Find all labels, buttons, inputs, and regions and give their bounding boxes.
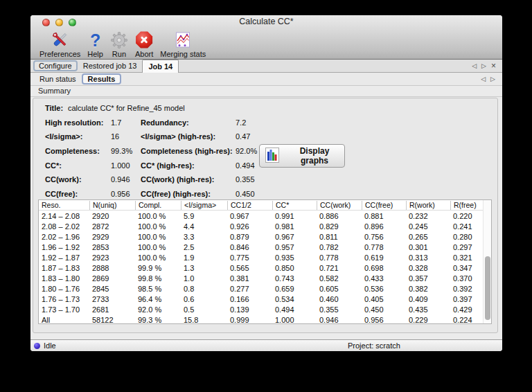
table-cell: 0.956 bbox=[362, 316, 406, 324]
table-cell: 0.166 bbox=[227, 295, 272, 303]
table-row[interactable]: 1.92 – 1.872923100.0 %1.90.7750.9350.778… bbox=[39, 252, 491, 262]
table-body: 2.14 – 2.082920100.0 %5.90.9670.9910.886… bbox=[39, 211, 491, 325]
table-cell: 98.5 % bbox=[135, 285, 181, 293]
table-cell: 4.4 bbox=[181, 222, 227, 231]
table-cell: 0.811 bbox=[317, 233, 362, 241]
table-row[interactable]: All5812299.3 %15.80.9991.0000.9460.9560.… bbox=[39, 314, 491, 325]
merging-stats-button[interactable]: Merging stats bbox=[157, 28, 209, 58]
tab-run-status[interactable]: Run status bbox=[34, 75, 82, 83]
run-gear-icon bbox=[110, 30, 128, 50]
column-header[interactable]: N(uniq) bbox=[89, 201, 135, 210]
tab-restored-job-13[interactable]: Restored job 13 bbox=[78, 60, 143, 72]
table-cell: 0.896 bbox=[362, 222, 406, 231]
column-header[interactable]: R(work) bbox=[406, 201, 450, 210]
table-row[interactable]: 1.73 – 1.70268192.0 %0.50.1390.4940.3550… bbox=[39, 304, 491, 314]
summary-title-row: Title: calculate CC* for Refine_45 model bbox=[33, 101, 497, 116]
summary-value2: 92.0% bbox=[236, 147, 257, 155]
merging-stats-chart-icon bbox=[175, 30, 191, 50]
titlebar[interactable]: Calculate CC* bbox=[30, 15, 502, 28]
tab-scroll-right-icon[interactable]: ▷ bbox=[481, 62, 486, 69]
summary-value1: 16 bbox=[111, 132, 141, 141]
table-row[interactable]: 1.80 – 1.76284598.5 %0.80.2770.6590.6050… bbox=[39, 283, 491, 294]
table-row[interactable]: 1.96 – 1.922853100.0 %2.50.8460.9570.782… bbox=[39, 242, 491, 252]
table-cell: 0.6 bbox=[181, 295, 227, 303]
summary-label2: CC(work) (high-res): bbox=[141, 175, 236, 184]
summary-value1: 0.946 bbox=[111, 175, 141, 184]
table-cell: 0.139 bbox=[227, 305, 272, 314]
help-button[interactable]: ? Help bbox=[84, 28, 107, 58]
table-scrollbar[interactable] bbox=[483, 200, 491, 323]
abort-button[interactable]: Abort bbox=[132, 28, 157, 58]
table-cell: 0.756 bbox=[362, 233, 406, 241]
table-cell: 0.450 bbox=[362, 305, 406, 314]
table-cell: 2929 bbox=[89, 233, 135, 241]
table-cell: 3.3 bbox=[181, 233, 227, 241]
summary-label1: CC*: bbox=[45, 161, 111, 170]
table-row[interactable]: 2.14 – 2.082920100.0 %5.90.9670.9910.886… bbox=[39, 211, 491, 221]
subtab-scroll-right-icon[interactable]: ▷ bbox=[490, 75, 495, 82]
column-header[interactable]: Compl. bbox=[135, 201, 181, 210]
column-header[interactable]: Reso. bbox=[39, 201, 89, 210]
status-idle-icon bbox=[34, 343, 40, 349]
subtab-scroll-left-icon[interactable]: ◁ bbox=[481, 75, 486, 82]
column-header[interactable]: CC* bbox=[272, 201, 317, 210]
table-cell: 2845 bbox=[89, 285, 135, 293]
table-cell: 0.355 bbox=[317, 305, 362, 314]
table-cell: 0.536 bbox=[362, 285, 406, 293]
table-cell: 0.967 bbox=[272, 233, 317, 241]
tab-results[interactable]: Results bbox=[82, 73, 122, 84]
table-cell: 0.778 bbox=[317, 253, 362, 262]
table-cell: 2853 bbox=[89, 243, 135, 251]
column-header[interactable]: CC(work) bbox=[317, 201, 362, 210]
summary-stat-row: CC(work):0.946CC(work) (high-res):0.355 bbox=[33, 172, 497, 187]
column-header[interactable]: CC1/2 bbox=[227, 201, 272, 210]
tab-configure[interactable]: Configure bbox=[33, 60, 78, 71]
close-window-button[interactable] bbox=[42, 19, 50, 26]
table-cell: 0.582 bbox=[317, 274, 362, 283]
toolbar: Preferences ? Help bbox=[30, 28, 502, 59]
table-cell: 0.232 bbox=[406, 212, 450, 220]
table-cell: 0.328 bbox=[406, 264, 450, 272]
table-cell: 0.775 bbox=[227, 253, 272, 262]
minimize-window-button[interactable] bbox=[55, 19, 63, 26]
table-cell: 100.0 % bbox=[135, 253, 181, 262]
table-cell: 0.879 bbox=[227, 233, 272, 241]
table-row[interactable]: 1.83 – 1.80286999.8 %1.00.3810.7430.5820… bbox=[39, 273, 491, 283]
tab-scroll-left-icon[interactable]: ◁ bbox=[472, 62, 477, 69]
table-cell: 1.0 bbox=[181, 274, 227, 283]
table-row[interactable]: 1.87 – 1.83288899.9 %1.30.5650.8500.7210… bbox=[39, 262, 491, 273]
tab-close-icon[interactable]: × bbox=[491, 62, 496, 69]
run-button[interactable]: Run bbox=[107, 28, 132, 58]
summary-value1: 0.956 bbox=[111, 190, 141, 198]
table-cell: 58122 bbox=[89, 316, 135, 324]
zoom-window-button[interactable] bbox=[69, 19, 76, 26]
table-cell: 2869 bbox=[89, 274, 135, 283]
table-cell: 2733 bbox=[89, 295, 135, 303]
window-header: Calculate CC* bbox=[30, 15, 502, 60]
summary-value1: 1.000 bbox=[111, 161, 141, 170]
table-cell: 0.313 bbox=[406, 253, 450, 262]
summary-stat-row: High resolution:1.7Redundancy:7.2 bbox=[33, 116, 497, 130]
table-cell: 0.846 bbox=[227, 243, 272, 251]
table-cell: 0.229 bbox=[406, 316, 450, 324]
summary-label2: <I/sigma> (high-res): bbox=[141, 132, 236, 141]
table-row[interactable]: 2.08 – 2.022872100.0 %4.40.9260.9810.829… bbox=[39, 221, 491, 231]
preferences-button[interactable]: Preferences bbox=[36, 28, 84, 58]
table-cell: 0.782 bbox=[317, 243, 362, 251]
display-graphs-button[interactable]: Display graphs bbox=[259, 144, 345, 168]
abort-stop-icon bbox=[136, 30, 153, 50]
column-header[interactable]: <I/sigma> bbox=[181, 201, 227, 210]
table-row[interactable]: 1.76 – 1.73273396.4 %0.60.1660.5340.4600… bbox=[39, 294, 491, 304]
scrollbar-thumb[interactable] bbox=[485, 256, 490, 320]
table-cell: 0.721 bbox=[317, 264, 362, 272]
sub-tab-bar: Run status Results ◁ ▷ bbox=[30, 73, 502, 86]
table-row[interactable]: 2.02 – 1.962929100.0 %3.30.8790.9670.811… bbox=[39, 231, 491, 242]
table-cell: 0.381 bbox=[227, 274, 272, 283]
window-title: Calculate CC* bbox=[30, 15, 502, 28]
table-cell: 1.87 – 1.83 bbox=[39, 264, 89, 272]
table-cell: 0.357 bbox=[406, 274, 450, 283]
table-cell: 1.80 – 1.76 bbox=[39, 285, 89, 293]
column-header[interactable]: CC(free) bbox=[362, 201, 406, 210]
tab-job-14[interactable]: Job 14 bbox=[142, 60, 179, 73]
table-cell: 0.946 bbox=[317, 316, 362, 324]
